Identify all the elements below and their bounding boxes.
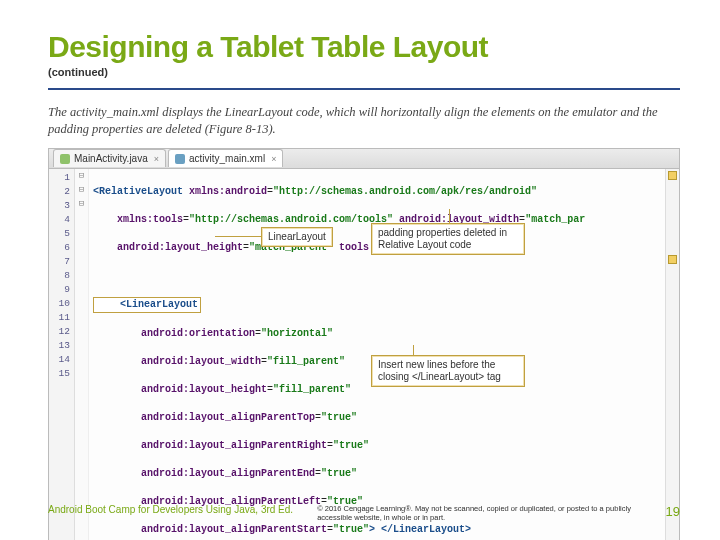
footer-copyright: © 2016 Cengage Learning®. May not be sca… xyxy=(317,504,641,522)
warning-marker-icon xyxy=(668,255,677,264)
subtitle-continued: (continued) xyxy=(48,66,680,78)
callout-leader xyxy=(449,209,450,223)
callout-leader xyxy=(413,345,414,355)
tab-activity-main[interactable]: activity_main.xml × xyxy=(168,149,283,167)
close-icon[interactable]: × xyxy=(154,154,159,164)
callout-insert-lines: Insert new lines before the closing </Li… xyxy=(371,355,525,387)
warning-marker-icon xyxy=(668,171,677,180)
divider xyxy=(48,88,680,90)
slide-footer: Android Boot Camp for Developers Using J… xyxy=(48,504,680,522)
footer-book-title: Android Boot Camp for Developers Using J… xyxy=(48,504,293,515)
callout-padding-deleted: padding properties deleted in Relative L… xyxy=(371,223,525,255)
callout-leader xyxy=(215,236,261,237)
intro-text: The activity_main.xml displays the Linea… xyxy=(48,104,680,138)
fold-gutter: ⊟ ⊟ ⊟ xyxy=(75,169,89,540)
line-gutter: 123 456 789 101112 131415 xyxy=(49,169,75,540)
ide-screenshot: MainActivity.java × activity_main.xml × … xyxy=(48,148,680,540)
xml-file-icon xyxy=(175,154,185,164)
page-number: 19 xyxy=(666,504,680,519)
callout-linearlayout: LinearLayout xyxy=(261,227,333,247)
tab-label: activity_main.xml xyxy=(189,153,265,164)
marker-gutter xyxy=(665,169,679,540)
editor-tabbar: MainActivity.java × activity_main.xml × xyxy=(49,149,679,169)
close-icon[interactable]: × xyxy=(271,154,276,164)
tab-mainactivity[interactable]: MainActivity.java × xyxy=(53,149,166,167)
page-title: Designing a Tablet Table Layout xyxy=(48,30,680,64)
tab-label: MainActivity.java xyxy=(74,153,148,164)
java-file-icon xyxy=(60,154,70,164)
